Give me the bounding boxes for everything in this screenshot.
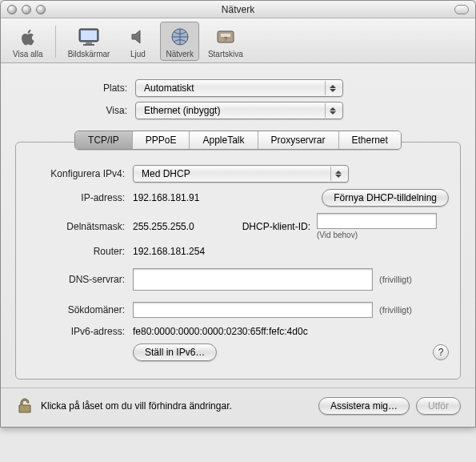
show-all-button[interactable]: Visa alla: [7, 22, 49, 61]
configure-ipv4-value: Med DHCP: [142, 168, 190, 179]
chevron-updown-icon: [330, 167, 345, 181]
show-value: Ethernet (inbyggt): [144, 105, 220, 116]
content-area: Plats: Automatiskt Visa: Ethernet (inbyg…: [1, 63, 475, 427]
tcpip-panel: Konfigurera IPv4: Med DHCP IP-adress: 19…: [15, 142, 461, 380]
lock-icon[interactable]: [15, 396, 34, 416]
ipv6-address-value: fe80:0000:0000:0000:0230:65ff:fefc:4d0c: [133, 326, 308, 337]
search-domains-label: Sökdomäner:: [27, 304, 133, 315]
startup-disk-button[interactable]: ? Startskiva: [202, 22, 249, 61]
apply-button[interactable]: Utför: [416, 397, 461, 415]
show-popup[interactable]: Ethernet (inbyggt): [135, 102, 343, 119]
svg-rect-1: [81, 30, 97, 40]
svg-rect-2: [86, 42, 92, 44]
lock-text: Klicka på låset om du vill förhindra änd…: [41, 400, 312, 412]
ip-address-label: IP-adress:: [27, 192, 133, 203]
toolbar-divider: [55, 26, 56, 58]
help-button[interactable]: ?: [433, 344, 449, 360]
displays-button[interactable]: Bildskärmar: [62, 22, 116, 61]
tab-bar: TCP/IP PPPoE AppleTalk Proxyservrar Ethe…: [74, 131, 402, 150]
window-title: Nätverk: [1, 4, 475, 15]
tab-proxies[interactable]: Proxyservrar: [258, 131, 339, 149]
svg-text:?: ?: [224, 36, 227, 42]
toolbar-label: Visa alla: [13, 50, 43, 58]
sound-button[interactable]: Ljud: [118, 22, 157, 61]
location-value: Automatiskt: [144, 82, 194, 94]
subnet-mask-value: 255.255.255.0: [133, 221, 237, 232]
assist-me-button[interactable]: Assistera mig…: [318, 397, 410, 415]
toolbar: Visa alla Bildskärmar Ljud Nätverk ? Sta: [1, 18, 475, 63]
search-domains-field[interactable]: [133, 302, 373, 318]
subnet-mask-label: Delnätsmask:: [27, 221, 133, 232]
dhcp-client-id-label: DHCP-klient-ID:: [237, 221, 317, 232]
chevron-updown-icon: [325, 81, 339, 95]
dhcp-client-id-hint: (Vid behov): [317, 231, 437, 239]
configure-ipv6-button[interactable]: Ställ in IPv6…: [133, 343, 217, 361]
svg-rect-3: [83, 44, 94, 46]
ipv6-address-label: IPv6-adress:: [27, 326, 133, 337]
globe-icon: [166, 24, 194, 50]
router-label: Router:: [27, 246, 133, 257]
toolbar-label: Ljud: [130, 50, 146, 58]
search-optional-label: (frivilligt): [379, 305, 412, 315]
footer: Klicka på låset om du vill förhindra änd…: [15, 396, 461, 416]
location-popup[interactable]: Automatiskt: [135, 79, 343, 97]
display-icon: [75, 24, 102, 50]
dhcp-client-id-field[interactable]: [317, 213, 437, 229]
dns-optional-label: (frivilligt): [379, 275, 412, 284]
configure-ipv4-label: Konfigurera IPv4:: [27, 168, 133, 179]
dns-servers-field[interactable]: [133, 268, 373, 291]
router-value: 192.168.181.254: [133, 246, 205, 257]
show-label: Visa:: [15, 105, 135, 116]
tab-ethernet[interactable]: Ethernet: [339, 131, 401, 149]
titlebar: Nätverk: [1, 1, 475, 18]
disk-icon: ?: [212, 24, 239, 50]
speaker-icon: [124, 24, 151, 50]
toolbar-toggle-button[interactable]: [454, 5, 469, 14]
network-preferences-window: Nätverk Visa alla Bildskärmar Ljud: [0, 0, 476, 428]
network-button[interactable]: Nätverk: [160, 22, 198, 61]
tab-appletalk[interactable]: AppleTalk: [190, 131, 258, 149]
dns-servers-label: DNS-servrar:: [27, 274, 133, 285]
apple-icon: [14, 24, 42, 50]
toolbar-label: Bildskärmar: [68, 50, 110, 58]
ip-address-value: 192.168.181.91: [133, 192, 322, 203]
separator: [1, 388, 475, 388]
toolbar-label: Nätverk: [166, 50, 193, 58]
toolbar-label: Startskiva: [208, 50, 243, 58]
tab-pppoe[interactable]: PPPoE: [133, 131, 190, 149]
chevron-updown-icon: [325, 103, 339, 118]
configure-ipv4-popup[interactable]: Med DHCP: [133, 165, 349, 183]
tab-tcpip[interactable]: TCP/IP: [75, 131, 133, 149]
renew-dhcp-button[interactable]: Förnya DHCP-tilldelning: [322, 189, 449, 207]
location-label: Plats:: [15, 82, 135, 94]
